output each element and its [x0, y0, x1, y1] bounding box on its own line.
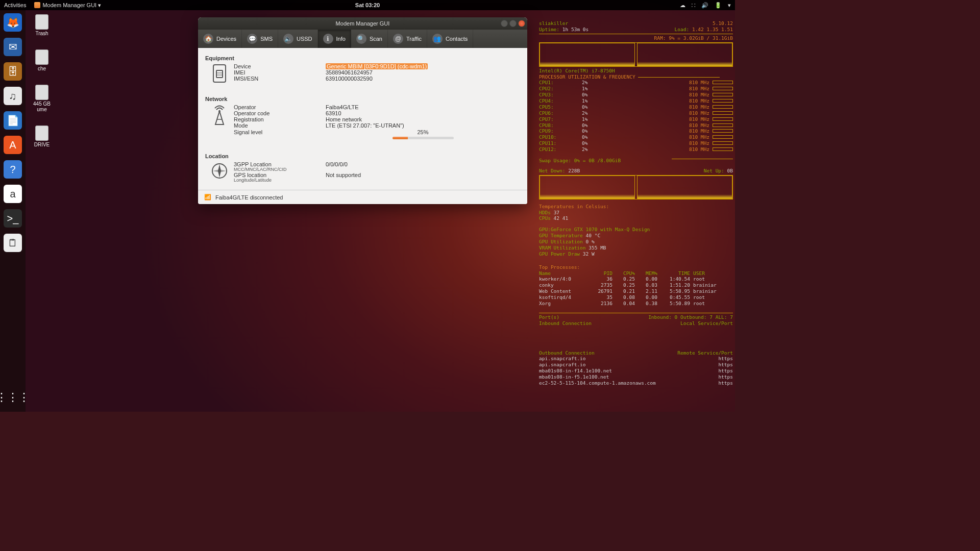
desktop-icon[interactable]: DRIVE — [27, 126, 57, 147]
activities-button[interactable]: Activities — [4, 2, 26, 8]
statusbar: 📶 Faiba4G/LTE disconnected — [198, 190, 527, 204]
ram-graph — [539, 42, 733, 67]
info-value: 358894061624957 — [326, 69, 520, 76]
svg-rect-1 — [216, 70, 223, 78]
svg-marker-8 — [213, 169, 226, 172]
toolbar: 🏠Devices💬SMS🔈USSDℹInfo🔍Scan@Traffic👥Cont… — [198, 30, 527, 48]
compass-icon — [205, 161, 234, 180]
devices-icon: 🏠 — [203, 34, 213, 44]
info-value: Faiba4G/LTE — [326, 104, 520, 110]
modem-manager-window: Modem Manager GUI 🏠Devices💬SMS🔈USSDℹInfo… — [198, 17, 527, 204]
signal-value: 25% — [326, 129, 520, 140]
appmenu-icon — [34, 2, 40, 8]
dock-files[interactable]: 🗄 — [4, 62, 22, 81]
tab-label: Scan — [370, 36, 382, 42]
section-network: Network — [205, 96, 520, 102]
signal-bars-icon: 📶 — [204, 194, 211, 201]
dock-thunderbird[interactable]: ✉ — [4, 38, 22, 56]
wifi-icon: ⸬ — [692, 2, 695, 9]
minimize-button[interactable] — [501, 20, 508, 27]
volume-icon: 🔊 — [701, 2, 708, 9]
conky-overlay: sliakiller5.10.12 Uptime: 1h 53m 0sLoad:… — [539, 20, 733, 386]
info-label: Operator — [234, 104, 326, 110]
dock-firefox[interactable]: 🦊 — [4, 13, 22, 32]
info-label: IMEI — [234, 69, 326, 76]
dock-help[interactable]: ? — [4, 160, 22, 179]
maximize-button[interactable] — [509, 20, 517, 27]
desktop-icons: Trashche445 GB umeDRIVE — [27, 14, 57, 147]
tab-label: USSD — [297, 36, 312, 42]
desktop-icon[interactable]: 445 GB ume — [27, 85, 57, 112]
close-button[interactable] — [518, 20, 525, 27]
antenna-icon — [205, 104, 234, 126]
cloud-icon: ☁ — [680, 2, 685, 9]
clock[interactable]: Sat 03:20 — [355, 2, 380, 8]
sms-icon: 💬 — [247, 34, 257, 44]
info-label: GPS locationLongitude/Latitude — [234, 172, 326, 183]
info-value: Home network — [326, 116, 520, 122]
info-label: Device — [234, 63, 326, 69]
tab-label: Devices — [216, 36, 236, 42]
chevron-down-icon: ▾ — [728, 2, 731, 9]
tab-contacts[interactable]: 👥Contacts — [427, 30, 473, 48]
section-equipment: Equipment — [205, 55, 520, 61]
scan-icon: 🔍 — [356, 34, 366, 44]
appmenu[interactable]: Modem Manager GUI ▾ — [34, 2, 101, 9]
tab-label: Info — [336, 36, 346, 42]
tab-ussd[interactable]: 🔈USSD — [278, 30, 318, 48]
window-title: Modem Manager GUI — [336, 20, 390, 27]
dock-libreoffice-writer[interactable]: 📄 — [4, 111, 22, 130]
ussd-icon: 🔈 — [283, 34, 293, 44]
dock: 🦊✉🗄♫📄A?a>_🗒⋮⋮⋮ — [0, 10, 26, 412]
desktop-icon[interactable]: che — [27, 49, 57, 71]
info-label: 3GPP LocationMCC/MNC/LAC/RNC/CID — [234, 161, 326, 172]
battery-icon: 🔋 — [715, 2, 722, 9]
sim-card-icon — [205, 63, 234, 83]
section-location: Location — [205, 153, 520, 159]
signal-label: Signal level — [234, 129, 326, 136]
dock-terminal[interactable]: >_ — [4, 209, 22, 228]
info-label: Mode — [234, 122, 326, 129]
desktop-icon[interactable]: Trash — [27, 14, 57, 36]
tab-label: Traffic — [406, 36, 422, 42]
info-value: Not supported — [326, 172, 520, 178]
titlebar[interactable]: Modem Manager GUI — [198, 17, 527, 30]
show-applications-button[interactable]: ⋮⋮⋮ — [4, 388, 22, 407]
tab-label: SMS — [260, 36, 273, 42]
tab-label: Contacts — [446, 36, 468, 42]
info-label: Registration — [234, 116, 326, 122]
tab-scan[interactable]: 🔍Scan — [351, 30, 388, 48]
tab-sms[interactable]: 💬SMS — [242, 30, 278, 48]
status-area[interactable]: ☁ ⸬ 🔊 🔋 ▾ — [680, 2, 731, 9]
info-icon: ℹ — [323, 34, 333, 44]
tab-devices[interactable]: 🏠Devices — [198, 30, 242, 48]
info-value: 639100000032590 — [326, 76, 520, 82]
traffic-icon: @ — [393, 34, 403, 44]
svg-rect-0 — [213, 65, 226, 82]
gnome-topbar: Activities Modem Manager GUI ▾ Sat 03:20… — [0, 0, 735, 10]
info-label: Operator code — [234, 110, 326, 116]
dock-text-editor[interactable]: 🗒 — [4, 234, 22, 252]
dock-ubuntu-software[interactable]: A — [4, 136, 22, 154]
info-value: Generic MBIM [03F0:9D1D] (cdc-wdm1) — [326, 63, 520, 69]
contacts-icon: 👥 — [432, 34, 443, 44]
info-value: LTE (ETSI 27.007: "E-UTRAN") — [326, 122, 520, 129]
dock-rhythmbox[interactable]: ♫ — [4, 87, 22, 105]
dock-amazon[interactable]: a — [4, 185, 22, 203]
info-value: 0/0/0/0/0 — [326, 161, 520, 167]
info-value: 63910 — [326, 110, 520, 116]
tab-traffic[interactable]: @Traffic — [388, 30, 427, 48]
tab-info[interactable]: ℹInfo — [318, 30, 351, 48]
appmenu-label: Modem Manager GUI ▾ — [42, 2, 101, 9]
info-label: IMSI/ESN — [234, 76, 326, 82]
net-graph — [539, 175, 733, 199]
status-text: Faiba4G/LTE disconnected — [215, 194, 283, 201]
